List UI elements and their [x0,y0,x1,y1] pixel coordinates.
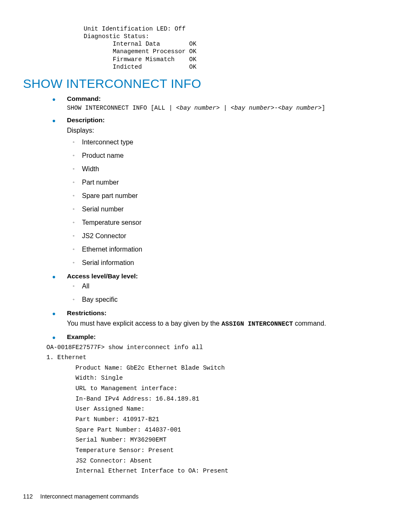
access-item: Access level/Bay level: All Bay specific [52,272,376,303]
restrictions-label: Restrictions: [67,309,376,317]
example-output: OA-0018FE27577F> show interconnect info … [46,342,376,476]
syntax-bay1: bay number [180,105,216,111]
list-item: Serial number [73,206,376,213]
page-number: 112 [23,493,33,500]
description-intro: Displays: [67,126,376,135]
restrictions-post: command. [293,320,326,327]
section-heading: SHOW INTERCONNECT INFO [23,77,376,91]
syntax-text: >] [318,105,325,111]
command-item: Command: SHOW INTERCONNECT INFO [ALL | <… [52,95,376,112]
section-list: Command: SHOW INTERCONNECT INFO [ALL | <… [52,95,376,341]
footer-title: Interconnect management commands [40,493,138,500]
example-block: OA-0018FE27577F> show interconnect info … [46,342,376,476]
restrictions-text: You must have explicit access to a bay g… [67,319,376,329]
command-syntax: SHOW INTERCONNECT INFO [ALL | <bay numbe… [67,104,376,112]
list-item: Serial information [73,259,376,267]
access-label: Access level/Bay level: [67,272,376,280]
page-footer: 112 Interconnect management commands [23,493,376,500]
example-label: Example: [67,333,376,341]
example-item: Example: [52,333,376,341]
assign-interconnect-cmd: ASSIGN INTERCONNECT [221,321,293,328]
syntax-text: SHOW INTERCONNECT INFO [ALL | < [67,105,180,111]
list-item: Interconnect type [73,139,376,146]
restrictions-pre: You must have explicit access to a bay g… [67,320,221,327]
list-item: Product name [73,152,376,159]
list-item: JS2 Connector [73,232,376,240]
list-item: All [73,283,376,290]
restrictions-item: Restrictions: You must have explicit acc… [52,309,376,329]
diagnostic-output: Unit Identification LED: Off Diagnostic … [84,25,376,71]
description-sublist: Interconnect type Product name Width Par… [73,139,376,267]
description-item: Description: Displays: Interconnect type… [52,116,376,267]
syntax-bay3: bay number [281,105,318,111]
syntax-text: >-< [271,105,281,111]
list-item: Ethernet information [73,246,376,253]
page: Unit Identification LED: Off Diagnostic … [0,0,399,512]
access-sublist: All Bay specific [73,283,376,303]
list-item: Temperature sensor [73,219,376,226]
list-item: Part number [73,179,376,186]
command-label: Command: [67,95,376,103]
list-item: Spare part number [73,192,376,200]
list-item: Width [73,165,376,173]
list-item: Bay specific [73,296,376,303]
syntax-text: > | < [216,105,235,111]
description-label: Description: [67,116,376,124]
syntax-bay2: bay number [234,105,271,111]
